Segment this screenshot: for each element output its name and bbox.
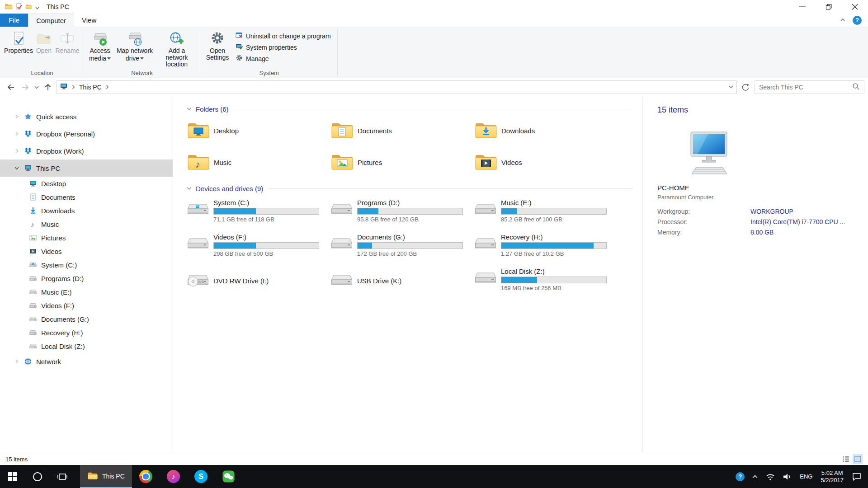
drive-tile-usb-drive-k[interactable]: USB Drive (K:) [330,267,469,294]
sidebar-item-music[interactable]: ♪Music [0,217,173,231]
close-button[interactable] [842,0,868,14]
sidebar-item-recovery-h[interactable]: Recovery (H:) [0,326,173,339]
recent-locations-chevron-icon[interactable] [33,80,41,94]
folder-tile-documents[interactable]: Documents [330,119,469,142]
rename-button[interactable]: Rename [54,29,80,68]
sidebar-item-this-pc[interactable]: This PC [0,160,173,177]
drive-tile-videos-f[interactable]: Videos (F:)298 GB free of 500 GB [187,233,325,260]
drive-tile-system-c[interactable]: System (C:)71.1 GB free of 118 GB [187,198,325,225]
taskbar-app-this-pc[interactable]: This PC [80,465,132,488]
sidebar-item-network[interactable]: Network [0,353,173,370]
collapse-ribbon-icon[interactable] [840,16,846,24]
qat-properties-icon[interactable] [16,3,22,11]
taskbar-app-chrome[interactable] [132,465,160,488]
language-indicator[interactable]: ENG [796,465,816,488]
qat-new-folder-icon[interactable] [25,3,32,11]
start-button[interactable] [0,465,25,488]
system-properties-button[interactable]: System properties [231,42,335,53]
properties-button[interactable]: Properties [4,29,33,68]
taskbar-clock[interactable]: 5:02 AM 5/2/2017 [816,469,848,484]
folder-name: Pictures [358,158,382,167]
drive-tile-music-e[interactable]: Music (E:)85.2 GB free of 100 GB [474,198,613,225]
forward-button[interactable] [18,80,33,94]
address-history-chevron-icon[interactable] [728,83,734,91]
tab-computer[interactable]: Computer [28,14,74,27]
music-icon: ♪ [29,220,37,228]
drive-name: USB Drive (K:) [357,277,401,285]
restore-button[interactable] [816,0,842,14]
sidebar-item-pictures[interactable]: Pictures [0,231,173,244]
address-bar[interactable]: This PC [57,80,737,94]
sidebar-item-programs-d[interactable]: Programs (D:) [0,272,173,285]
qat-customize-chevron-icon[interactable] [35,3,39,11]
sidebar-item-system-c[interactable]: System (C:) [0,258,173,272]
drive-icon [474,235,497,253]
up-button[interactable] [41,80,55,94]
folder-tile-downloads[interactable]: Downloads [474,119,613,142]
task-view-button[interactable] [50,465,75,488]
cortana-search-button[interactable] [25,465,50,488]
search-input[interactable] [759,84,852,91]
sidebar-item-documents[interactable]: Documents [0,190,173,204]
search-box[interactable] [755,80,864,94]
manage-button[interactable]: Manage [231,53,335,64]
sidebar-item-quick-access[interactable]: Quick access [0,108,173,125]
breadcrumb-this-pc[interactable]: This PC [79,84,102,91]
folder-tile-music[interactable]: ♪Music [187,150,325,174]
drive-tile-programs-d[interactable]: Programs (D:)95.8 GB free of 120 GB [330,198,469,225]
wifi-icon[interactable] [762,465,779,488]
sidebar-item-label: System (C:) [41,261,77,269]
open-settings-button[interactable]: Open Settings [203,29,231,68]
sidebar-item-label: Pictures [41,234,66,242]
chevron-right-icon[interactable] [14,131,20,136]
section-header-folders[interactable]: Folders (6) [187,103,632,114]
access-media-button[interactable]: Access media [85,29,114,68]
sidebar-item-local-disk-z[interactable]: Local Disk (Z:) [0,339,173,353]
sidebar-item-dropbox-work[interactable]: Dropbox (Work) [0,142,173,160]
chevron-down-icon[interactable] [14,166,20,170]
folder-tile-videos[interactable]: Videos [474,150,613,174]
tray-help-icon[interactable]: ? [732,465,748,488]
thumbnail-view-icon[interactable] [853,454,863,464]
svg-text:♪: ♪ [31,221,34,228]
chevron-right-icon[interactable] [14,114,20,119]
drive-tile-documents-g[interactable]: Documents (G:)172 GB free of 200 GB [330,233,469,260]
search-icon[interactable] [852,82,860,92]
refresh-button[interactable] [738,80,753,94]
uninstall-program-button[interactable]: Uninstall or change a program [231,30,335,42]
open-button[interactable]: Open [33,29,54,68]
drive-tile-dvd-rw-drive-i[interactable]: DVDDVD RW Drive (I:) [187,267,325,294]
drive-tile-local-disk-z[interactable]: Local Disk (Z:)169 MB free of 256 MB [474,267,613,294]
breadcrumb-chevron-icon[interactable] [72,84,75,91]
section-header-devices[interactable]: Devices and drives (9) [187,183,632,194]
back-button[interactable] [4,80,18,94]
sidebar-item-music-e[interactable]: Music (E:) [0,285,173,299]
chevron-right-icon[interactable] [14,149,20,153]
sidebar-item-documents-g[interactable]: Documents (G:) [0,312,173,326]
breadcrumb-chevron-icon[interactable] [106,84,109,91]
sidebar-item-desktop[interactable]: Desktop [0,177,173,190]
collapse-section-icon[interactable] [187,187,196,190]
drive-tile-recovery-h[interactable]: Recovery (H:)1.27 GB free of 10.2 GB [474,233,613,260]
sidebar-item-downloads[interactable]: Downloads [0,204,173,217]
folder-tile-desktop[interactable]: Desktop [187,119,325,142]
tab-file[interactable]: File [0,14,28,27]
folder-tile-pictures[interactable]: Pictures [330,150,469,174]
sidebar-item-videos-f[interactable]: Videos (F:) [0,299,173,312]
sidebar-item-videos[interactable]: Videos [0,244,173,258]
map-network-drive-button[interactable]: Map network drive [114,29,155,68]
chevron-right-icon[interactable] [14,359,20,364]
sidebar-item-dropbox-personal[interactable]: Dropbox (Personal) [0,125,173,142]
action-center-icon[interactable] [848,465,865,488]
taskbar-app-itunes[interactable]: ♪ [160,465,187,488]
add-network-location-button[interactable]: Add a network location [155,29,198,68]
minimize-button[interactable] [789,0,816,14]
help-icon[interactable]: ? [853,16,862,25]
tray-chevron-up-icon[interactable] [748,465,762,488]
volume-icon[interactable] [779,465,796,488]
details-view-icon[interactable] [841,454,851,464]
taskbar-app-skype[interactable]: S [187,465,215,488]
tab-view[interactable]: View [74,14,104,27]
taskbar-app-wechat[interactable] [215,465,242,488]
collapse-section-icon[interactable] [187,107,196,111]
